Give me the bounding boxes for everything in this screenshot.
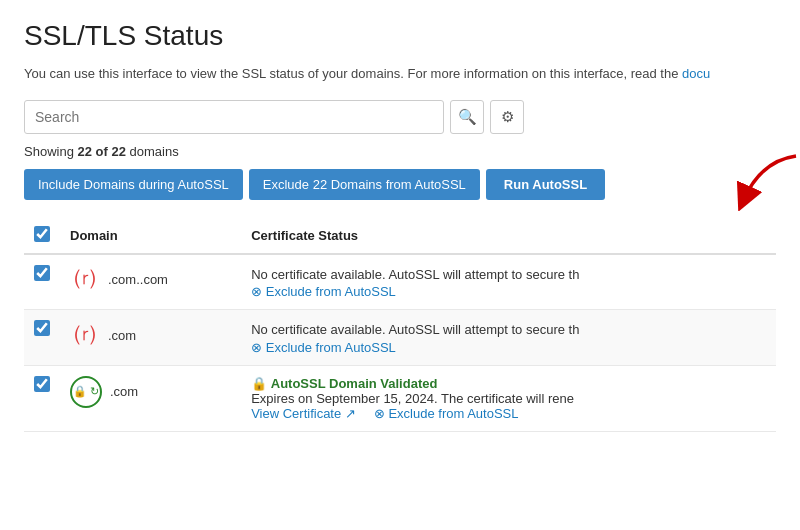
ssl-table: Domain Certificate Status ⒭.com..comNo c… [24,218,776,432]
row-checkbox[interactable] [34,320,50,336]
row-checkbox-cell [24,310,60,366]
domain-name: .com..com [108,272,168,287]
arrow-indicator [726,151,800,211]
domain-cell: ⒭.com [60,310,241,366]
table-row: ⒭.comNo certificate available. AutoSSL w… [24,310,776,366]
exclude-from-autossl-link[interactable]: ⊗ Exclude from AutoSSL [374,406,519,421]
search-button[interactable]: 🔍 [450,100,484,134]
cert-expires-text: Expires on September 15, 2024. The certi… [251,391,766,406]
exclude-autossl-button[interactable]: Exclude 22 Domains from AutoSSL [249,169,480,200]
doc-link[interactable]: docu [682,66,710,81]
row-checkbox[interactable] [34,265,50,281]
col-cert-status-header: Certificate Status [241,218,776,254]
blocked-icon: ⒭ [70,320,100,350]
domain-name: .com [110,384,138,399]
view-cert-link[interactable]: View Certificate ↗ [251,406,356,421]
page-title: SSL/TLS Status [24,20,776,52]
select-all-checkbox[interactable] [34,226,50,242]
cert-no-cert-text: No certificate available. AutoSSL will a… [251,265,766,285]
domain-cell: ⒭.com..com [60,254,241,310]
exclude-from-autossl-link[interactable]: ⊗ Exclude from AutoSSL [251,284,396,299]
gear-button[interactable]: ⚙ [490,100,524,134]
row-checkbox-cell [24,365,60,431]
cert-status-cell: No certificate available. AutoSSL will a… [241,254,776,310]
exclude-from-autossl-link[interactable]: ⊗ Exclude from AutoSSL [251,340,396,355]
search-icon: 🔍 [458,108,477,126]
table-row: 🔒 ↻.com🔒 AutoSSL Domain ValidatedExpires… [24,365,776,431]
table-row: ⒭.com..comNo certificate available. Auto… [24,254,776,310]
row-checkbox[interactable] [34,376,50,392]
gear-icon: ⚙ [501,108,514,126]
domain-name: .com [108,328,136,343]
page-description: You can use this interface to view the S… [24,64,776,84]
cert-status-cell: No certificate available. AutoSSL will a… [241,310,776,366]
row-checkbox-cell [24,254,60,310]
showing-text: Showing 22 of 22 domains [24,144,776,159]
cert-status-cell: 🔒 AutoSSL Domain ValidatedExpires on Sep… [241,365,776,431]
locked-icon: 🔒 ↻ [70,376,102,408]
action-buttons: Include Domains during AutoSSL Exclude 2… [24,169,776,200]
include-autossl-button[interactable]: Include Domains during AutoSSL [24,169,243,200]
col-checkbox [24,218,60,254]
cert-no-cert-text: No certificate available. AutoSSL will a… [251,320,766,340]
run-autossl-button[interactable]: Run AutoSSL [486,169,605,200]
search-input[interactable] [24,100,444,134]
cert-status-label: 🔒 AutoSSL Domain Validated [251,376,766,391]
domain-cell: 🔒 ↻.com [60,365,241,431]
blocked-icon: ⒭ [70,265,100,295]
search-bar: 🔍 ⚙ [24,100,776,134]
col-domain-header: Domain [60,218,241,254]
